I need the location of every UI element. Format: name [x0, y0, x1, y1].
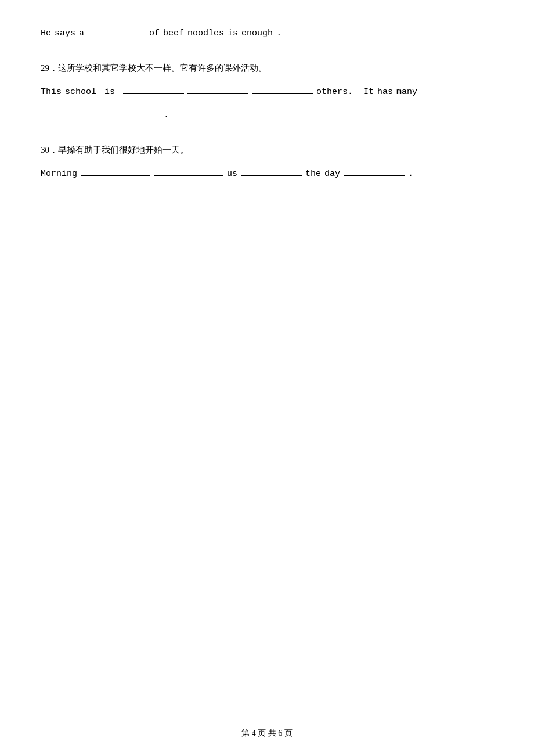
q30-word-us: us [227, 164, 237, 185]
q30-word-day: day [324, 164, 340, 185]
q28-word-he: He [41, 23, 51, 44]
q29-line2: . [41, 105, 493, 126]
q30-period: . [408, 164, 413, 185]
q29-blank-3[interactable] [252, 84, 313, 94]
q30-blank-2[interactable] [154, 165, 223, 176]
q28-word-noodles: noodles [187, 23, 224, 44]
q28-line: He says a of beef noodles is enough . [41, 23, 493, 44]
q29-word-school: school [65, 82, 96, 103]
q29-word-has: has [377, 82, 393, 103]
q28-word-enough: enough [241, 23, 273, 44]
q28-word-a: a [79, 23, 84, 44]
q30-chinese: 早操有助于我们很好地开始一天。 [58, 145, 189, 154]
q28-blank-1[interactable] [88, 25, 146, 35]
page-content: He says a of beef noodles is enough . 29… [0, 0, 534, 247]
q28-word-beef: beef [163, 23, 184, 44]
q30-word-the: the [305, 164, 321, 185]
q29-line1: This school is others. It has many [41, 82, 493, 103]
q29-word-is: is [104, 82, 115, 103]
q30-blank-4[interactable] [344, 165, 405, 176]
q30-block: 30．早操有助于我们很好地开始一天。 Morning us the day . [41, 142, 493, 185]
q29-prompt: 29．这所学校和其它学校大不一样。它有许多的课外活动。 [41, 60, 493, 76]
q28-word-period: . [276, 23, 282, 44]
footer-text: 第 4 页 共 6 页 [241, 729, 293, 737]
q30-number: 30 [41, 145, 49, 154]
q29-blank-4[interactable] [41, 107, 99, 117]
q30-blank-1[interactable] [81, 165, 150, 176]
page-footer: 第 4 页 共 6 页 [0, 728, 534, 739]
q30-blank-3[interactable] [241, 165, 302, 176]
q29-blank-5[interactable] [102, 107, 160, 117]
q28-word-is: is [228, 23, 238, 44]
q30-word-morning: Morning [41, 164, 77, 185]
q29-block: 29．这所学校和其它学校大不一样。它有许多的课外活动。 This school … [41, 60, 493, 126]
q30-line: Morning us the day . [41, 164, 493, 185]
q28-block: He says a of beef noodles is enough . [41, 23, 493, 44]
q29-blank-2[interactable] [187, 84, 248, 94]
q29-blank-1[interactable] [123, 84, 184, 94]
q29-word-it: It [363, 82, 374, 103]
q29-number: 29 [41, 63, 49, 73]
q28-word-of: of [149, 23, 160, 44]
q30-dot: ． [49, 145, 58, 154]
q29-word-many: many [396, 82, 417, 103]
q29-period: . [164, 105, 169, 126]
q28-word-says: says [55, 23, 75, 44]
q29-word-others: others. [316, 82, 353, 103]
q29-word-this: This [41, 82, 62, 103]
q29-dot: ． [49, 63, 58, 73]
q30-prompt: 30．早操有助于我们很好地开始一天。 [41, 142, 493, 158]
q29-chinese: 这所学校和其它学校大不一样。它有许多的课外活动。 [58, 63, 267, 73]
